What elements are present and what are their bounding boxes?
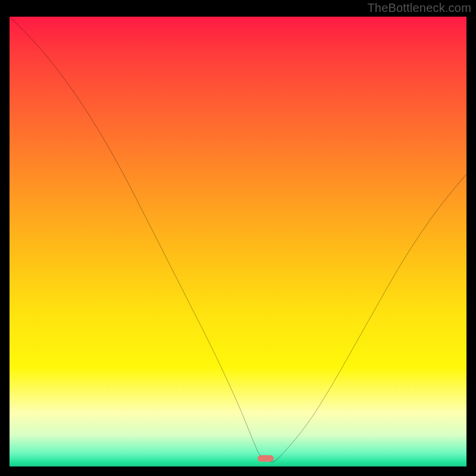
chart-frame: TheBottleneck.com <box>0 0 476 476</box>
plot-area <box>10 17 466 466</box>
bottleneck-curve <box>10 17 466 466</box>
watermark-text: TheBottleneck.com <box>367 1 471 15</box>
optimal-marker <box>258 455 274 462</box>
